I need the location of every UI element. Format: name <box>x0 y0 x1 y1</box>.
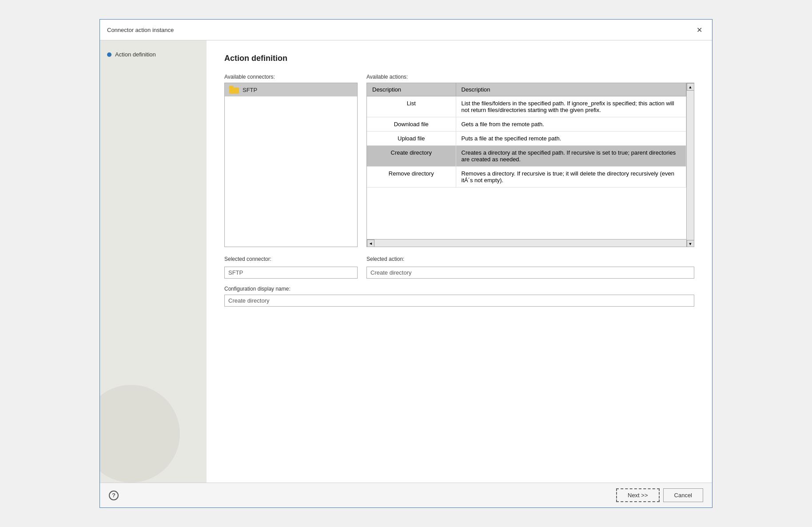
connectors-actions-row: Available connectors: SFTP Available act… <box>224 74 694 247</box>
action-desc-remove: Removes a directory. If recursive is tru… <box>456 167 686 188</box>
dialog-body: Action definition Action definition Avai… <box>100 40 712 483</box>
col-header-description-1: Description <box>367 83 456 96</box>
actions-table-container: Description Description List List the fi… <box>366 83 694 247</box>
available-connectors-label: Available connectors: <box>224 74 358 80</box>
horizontal-scrollbar[interactable]: ◄ ► <box>367 239 694 247</box>
next-button[interactable]: Next >> <box>616 488 660 502</box>
sidebar: Action definition <box>100 40 207 483</box>
col-header-description-2: Description <box>456 83 686 96</box>
window-title: Connector action instance <box>107 27 174 33</box>
dialog-window: Connector action instance ✕ Action defin… <box>100 19 712 508</box>
config-display-name-input[interactable] <box>224 295 694 307</box>
action-name-upload: Upload file <box>367 132 456 146</box>
table-row[interactable]: List List the files/folders in the speci… <box>367 96 686 117</box>
sidebar-item-label: Action definition <box>115 51 156 58</box>
selected-connector-label: Selected connector: <box>224 256 358 262</box>
available-actions-label: Available actions: <box>366 74 694 80</box>
selected-action-group: Selected action: <box>366 256 694 279</box>
selected-action-label: Selected action: <box>366 256 694 262</box>
table-row[interactable]: Remove directory Removes a directory. If… <box>367 167 686 188</box>
action-desc-list: List the files/folders in the specified … <box>456 96 686 117</box>
config-section: Configuration display name: <box>224 286 694 307</box>
selected-action-input[interactable] <box>366 267 694 279</box>
help-button[interactable]: ? <box>109 491 119 500</box>
sidebar-dot <box>107 52 111 57</box>
cancel-button[interactable]: Cancel <box>663 488 703 502</box>
scroll-h-track <box>374 240 686 247</box>
selected-connector-group: Selected connector: <box>224 256 358 279</box>
scroll-left-btn[interactable]: ◄ <box>367 240 374 247</box>
table-row[interactable]: Create directory Creates a directory at … <box>367 146 686 167</box>
connector-name-sftp: SFTP <box>243 87 257 93</box>
action-desc-create: Creates a directory at the specified pat… <box>456 146 686 167</box>
connectors-column: Available connectors: SFTP <box>224 74 358 247</box>
footer-buttons: Next >> Cancel <box>616 488 703 502</box>
table-row[interactable]: Download file Gets a file from the remot… <box>367 117 686 132</box>
scroll-up-btn[interactable]: ▲ <box>687 83 694 91</box>
actions-column: Available actions: Description Descripti… <box>366 74 694 247</box>
title-bar: Connector action instance ✕ <box>100 20 712 40</box>
table-row[interactable]: Upload file Puts a file at the specified… <box>367 132 686 146</box>
actions-table: Description Description List List the fi… <box>367 83 686 188</box>
scroll-down-btn[interactable]: ▼ <box>687 240 694 247</box>
dialog-footer: ? Next >> Cancel <box>100 483 712 507</box>
action-name-download: Download file <box>367 117 456 132</box>
action-name-list: List <box>367 96 456 117</box>
main-content: Action definition Available connectors: … <box>207 40 712 483</box>
action-desc-upload: Puts a file at the specified remote path… <box>456 132 686 146</box>
folder-icon <box>229 86 239 94</box>
connector-item-sftp[interactable]: SFTP <box>225 83 357 96</box>
action-name-remove: Remove directory <box>367 167 456 188</box>
selected-connector-input[interactable] <box>224 267 358 279</box>
connector-list: SFTP <box>224 83 358 247</box>
table-wrapper: Description Description List List the fi… <box>367 83 694 239</box>
action-name-create: Create directory <box>367 146 456 167</box>
scroll-track <box>687 91 694 240</box>
close-button[interactable]: ✕ <box>693 24 705 36</box>
page-title: Action definition <box>224 54 694 63</box>
action-desc-download: Gets a file from the remote path. <box>456 117 686 132</box>
sidebar-item-action-definition[interactable]: Action definition <box>107 49 199 60</box>
vertical-scrollbar[interactable]: ▲ ▼ <box>686 83 694 247</box>
config-display-name-label: Configuration display name: <box>224 286 694 292</box>
fields-row: Selected connector: Selected action: <box>224 256 694 279</box>
